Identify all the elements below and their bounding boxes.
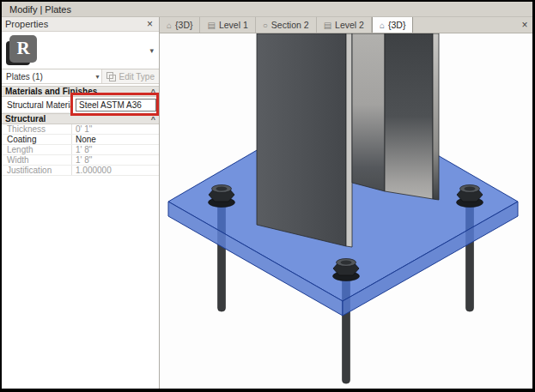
section-title: Materials and Finishes	[5, 87, 97, 96]
tab-label: {3D}	[388, 20, 405, 30]
properties-grid: Materials and Finishes ^ Structural Mate…	[2, 86, 159, 176]
property-row-structural-material: Structural Material	[2, 97, 159, 113]
type-selector[interactable]: R ▾	[2, 32, 159, 69]
property-label: Thickness	[2, 124, 72, 134]
properties-header: Properties ×	[2, 17, 159, 32]
revit-window: Modify | Plates Properties × R ▾ Plates …	[0, 0, 535, 392]
collapse-icon[interactable]: ^	[151, 117, 155, 122]
3d-scene	[160, 33, 532, 388]
section-title: Structural	[5, 114, 46, 124]
property-row-width: Width 1' 8"	[2, 155, 159, 166]
chevron-down-icon[interactable]: ▾	[149, 46, 155, 55]
column-web	[352, 33, 385, 191]
tab-level-1[interactable]: ▤ Level 1	[200, 17, 255, 33]
column-left-flange	[257, 33, 346, 246]
view-tab-bar: ⌂ {3D} ▤ Level 1 ○ Section 2 ▤ Level 2 ⌂	[160, 17, 532, 33]
column-right-flange	[385, 33, 433, 199]
tab-label: Section 2	[271, 20, 309, 30]
level-icon: ▤	[207, 21, 215, 30]
anchor-bolt-left[interactable]	[209, 185, 235, 208]
property-label: Coating	[2, 135, 72, 144]
chevron-down-icon[interactable]: ▾	[95, 73, 99, 81]
revit-family-icon: R	[9, 35, 37, 63]
element-filter-label: Plates (1)	[6, 72, 43, 81]
properties-title: Properties	[5, 19, 144, 29]
home-icon: ⌂	[167, 21, 172, 30]
tab-label: Level 1	[219, 20, 248, 30]
property-value: 1.000000	[72, 166, 159, 175]
property-value: None	[72, 135, 159, 144]
property-value: 1' 8"	[72, 155, 159, 165]
property-row-coating[interactable]: Coating None	[2, 135, 159, 145]
3d-viewport[interactable]	[160, 33, 532, 389]
property-value: 1' 8"	[72, 145, 159, 154]
collapse-icon[interactable]: ^	[151, 89, 155, 94]
tab-section-2[interactable]: ○ Section 2	[256, 17, 317, 33]
property-label: Structural Material	[2, 100, 72, 110]
edit-type-button[interactable]: Edit Type	[102, 72, 159, 81]
properties-panel: Properties × R ▾ Plates (1) ▾	[2, 17, 160, 389]
tab-label: {3D}	[175, 20, 192, 30]
level-icon: ▤	[324, 21, 331, 30]
property-label: Width	[2, 155, 72, 165]
section-header-materials[interactable]: Materials and Finishes ^	[2, 86, 159, 97]
property-value: 0' 1"	[72, 124, 159, 134]
structural-material-field[interactable]	[76, 99, 156, 112]
tab-label: Level 2	[335, 20, 364, 30]
element-filter-combo[interactable]: Plates (1) ▾	[2, 69, 102, 83]
close-icon[interactable]: ×	[144, 18, 155, 30]
property-value	[72, 99, 159, 112]
section-marker-icon: ○	[263, 21, 268, 30]
column-flange-edge	[433, 33, 439, 200]
property-row-thickness: Thickness 0' 1"	[2, 124, 159, 135]
property-label: Length	[2, 145, 72, 154]
modify-context-bar: Modify | Plates	[2, 2, 532, 17]
property-row-justification: Justification 1.000000	[2, 166, 159, 176]
column-flange-edge	[346, 33, 352, 247]
tab-3d-view-active[interactable]: ⌂ {3D}	[372, 17, 413, 33]
family-thumbnail: R	[5, 33, 40, 68]
anchor-bolt-right[interactable]	[457, 185, 483, 208]
anchor-bolt-front[interactable]	[333, 259, 360, 281]
tab-3d-view-1[interactable]: ⌂ {3D}	[160, 17, 200, 33]
tab-bar-spacer	[413, 17, 517, 33]
close-view-icon[interactable]: ×	[517, 17, 532, 33]
property-label: Justification	[2, 166, 72, 175]
tab-level-2[interactable]: ▤ Level 2	[317, 17, 372, 33]
edit-type-icon	[106, 72, 116, 81]
edit-type-label: Edit Type	[119, 72, 155, 81]
home-icon: ⌂	[380, 21, 385, 30]
section-header-structural[interactable]: Structural ^	[2, 113, 159, 124]
property-row-length: Length 1' 8"	[2, 145, 159, 155]
